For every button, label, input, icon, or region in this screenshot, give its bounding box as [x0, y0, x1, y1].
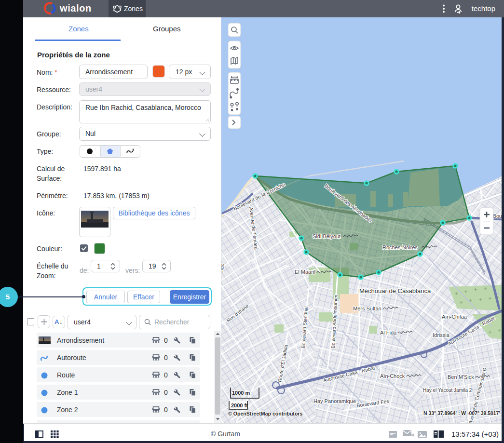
svg-text:2000 ft: 2000 ft	[231, 403, 248, 408]
svg-text:Mers Sultan: Mers Sultan	[353, 306, 381, 311]
svg-text:Hay Panoramique: Hay Panoramique	[313, 398, 356, 404]
svg-text:Idrissia: Idrissia	[433, 332, 450, 338]
svg-text:Aïn-Chock: Aïn-Chock	[380, 373, 405, 379]
svg-text:Hay el Yacout Jamila 2: Hay el Yacout Jamila 2	[423, 388, 472, 393]
svg-text:Aïn-Chifaa: Aïn-Chifaa	[442, 314, 467, 320]
svg-text:1000 m: 1000 m	[232, 390, 250, 396]
svg-text:N 33° 37.8964' : W -007° 39.50: N 33° 37.8964' : W -007° 39.5017'	[423, 411, 500, 416]
svg-text:Ben M'Sick: Ben M'Sick	[448, 374, 474, 380]
svg-text:Roches-Noires: Roches-Noires	[382, 244, 418, 250]
svg-text:Boule: Boule	[493, 213, 502, 219]
svg-text:El Maarif: El Maarif	[295, 269, 316, 275]
svg-text:© OpenStreetMap contributors: © OpenStreetMap contributors	[228, 411, 302, 416]
svg-text:Méchouar de Casablanca: Méchouar de Casablanca	[359, 287, 431, 295]
svg-text:Al Fida: Al Fida	[380, 330, 397, 336]
svg-text:Sidi Belyout: Sidi Belyout	[313, 233, 341, 239]
